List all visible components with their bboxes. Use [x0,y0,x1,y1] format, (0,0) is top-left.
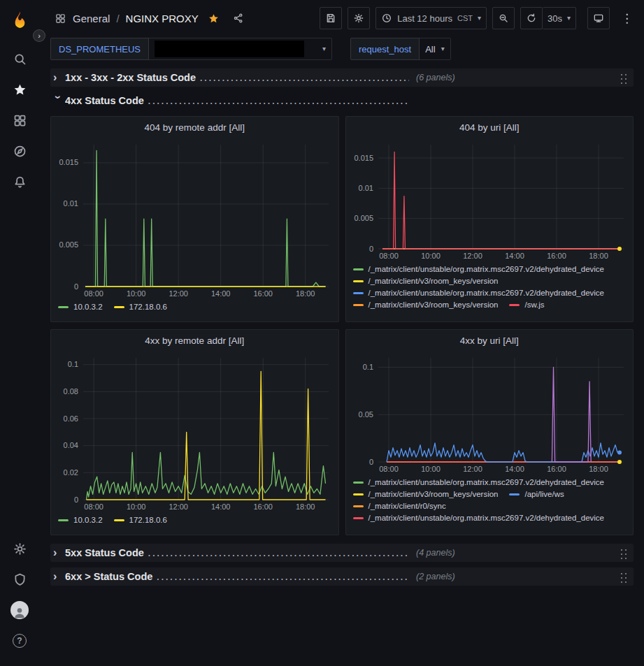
timeseries-chart[interactable]: 00.0050.010.01508:0010:0012:0014:0016:00… [51,138,338,301]
grafana-logo[interactable] [4,6,35,34]
timeseries-chart[interactable]: 00.0050.010.01508:0010:0012:0014:0016:00… [346,138,634,263]
legend-marker [353,304,364,306]
refresh-button[interactable] [520,7,543,29]
request-host-value: All [425,44,435,55]
chevron-down-icon: ▾ [322,45,326,52]
time-range-picker[interactable]: Last 12 hours CST ▾ [375,7,487,29]
svg-text:0.08: 0.08 [64,387,78,396]
svg-text:0.005: 0.005 [354,214,373,222]
svg-text:12:00: 12:00 [169,289,188,298]
zoom-out-button[interactable] [492,7,515,29]
panel-title[interactable]: 404 by uri [All] [346,117,634,138]
legend-item[interactable]: /_matrix/client/v3/room_keys/version [353,490,499,498]
panel-count: (6 panels) [416,73,455,82]
redacted-value [155,41,304,57]
sidebar-expand-button[interactable]: › [33,29,45,42]
legend-item[interactable]: /_matrix/client/v3/room_keys/version [353,301,499,309]
leader-dots: ........................................… [148,549,409,558]
legend-item[interactable]: 172.18.0.6 [114,303,167,311]
tv-mode-button[interactable] [587,7,610,29]
search-icon[interactable] [6,43,34,74]
legend-item[interactable]: /_matrix/client/unstable/org.matrix.msc2… [353,265,605,273]
legend-item[interactable]: 10.0.3.2 [58,516,103,524]
svg-text:10:00: 10:00 [421,252,441,260]
svg-text:0.015: 0.015 [354,154,373,162]
leader-dots: ........................................… [157,572,409,582]
svg-text:12:00: 12:00 [463,465,482,473]
legend-label: /_matrix/client/v3/room_keys/version [368,277,499,285]
row-drag-handle-icon[interactable] [619,546,628,560]
svg-text:10:00: 10:00 [421,465,441,473]
svg-text:16:00: 16:00 [547,465,566,473]
row-drag-handle-icon[interactable] [619,570,628,584]
svg-text:14:00: 14:00 [211,502,231,511]
refresh-interval-dropdown[interactable]: 30s ▾ [543,7,576,29]
alerting-bell-icon[interactable] [6,166,34,197]
row-title-area: 1xx - 3xx - 2xx Status Code ............… [65,72,409,83]
chevron-right-icon: › [53,547,65,558]
svg-text:14:00: 14:00 [211,289,231,298]
legend-item[interactable]: /_matrix/client/unstable/org.matrix.msc2… [353,289,605,297]
help-icon[interactable]: ? [6,625,34,656]
datasource-variable-select[interactable]: ▾ [149,38,332,60]
legend-item[interactable]: /_matrix/client/unstable/org.matrix.msc2… [353,478,605,486]
share-icon[interactable] [233,13,244,24]
user-avatar[interactable] [6,595,34,625]
starred-dashboards-icon[interactable] [6,74,34,105]
panel-404-by-uri: 404 by uri [All] 00.0050.010.01508:0010:… [345,116,634,322]
svg-text:10:00: 10:00 [127,289,146,298]
legend-marker [353,280,364,282]
svg-text:08:00: 08:00 [84,502,103,511]
legend-marker [509,304,520,306]
dashboard-title[interactable]: NGINX PROXY [126,13,199,24]
legend-item[interactable]: /_matrix/client/unstable/org.matrix.msc2… [353,514,605,522]
server-admin-shield-icon[interactable] [6,564,34,595]
datasource-variable-label[interactable]: DS_PROMETHEUS [50,38,149,60]
legend-marker [353,268,364,270]
legend-label: 172.18.0.6 [129,303,167,311]
row-drag-handle-icon[interactable] [619,71,628,85]
panel-title[interactable]: 4xx by uri [All] [346,330,634,351]
kebab-menu-icon[interactable]: ⋮ [618,11,636,26]
panel-title[interactable]: 404 by remote addr [All] [51,117,338,138]
save-dashboard-button[interactable] [320,7,342,29]
legend-label: /_matrix/client/unstable/org.matrix.msc2… [368,289,605,297]
svg-text:0.1: 0.1 [68,360,78,368]
panel-404-by-remote-addr: 404 by remote addr [All] 00.0050.010.015… [50,116,339,322]
svg-text:0.1: 0.1 [362,363,373,371]
legend-item[interactable]: /_matrix/client/v3/room_keys/version [353,277,499,285]
breadcrumb: General / NGINX PROXY [55,13,244,24]
timeseries-chart[interactable]: 00.020.040.060.080.108:0010:0012:0014:00… [51,351,338,514]
row-title: 1xx - 3xx - 2xx Status Code [65,72,196,83]
row-4xx[interactable]: › 4xx Status Code ......................… [50,92,634,109]
dashboard-settings-button[interactable] [348,7,370,29]
breadcrumb-folder[interactable]: General [73,13,110,24]
request-host-variable-label[interactable]: request_host [350,38,420,60]
chevron-down-icon: ▾ [567,15,571,22]
legend-item[interactable]: /sw.js [509,301,544,309]
chevron-right-icon: › [53,571,65,582]
question-mark-icon: ? [13,634,27,648]
dashboard-grid-icon [55,13,66,24]
configuration-gear-icon[interactable] [6,533,34,564]
legend-item[interactable]: 10.0.3.2 [58,303,103,311]
panel-title[interactable]: 4xx by remote addr [All] [51,330,338,351]
row-1xx-3xx-2xx[interactable]: › 1xx - 3xx - 2xx Status Code ..........… [50,68,634,87]
dashboards-icon[interactable] [6,105,34,136]
legend-label: 10.0.3.2 [73,516,103,524]
favorite-star-icon[interactable] [208,13,220,24]
clock-icon [381,13,392,24]
topbar: General / NGINX PROXY L [39,0,644,36]
legend-item[interactable]: /api/live/ws [509,490,564,498]
row-6xx[interactable]: › 6xx > Status Code ....................… [50,567,634,586]
panel-4xx-by-uri: 4xx by uri [All] 00.050.108:0010:0012:00… [345,329,634,535]
leader-dots: ........................................… [200,73,409,83]
legend-item[interactable]: 172.18.0.6 [114,516,167,524]
request-host-variable-select[interactable]: All ▾ [420,38,450,60]
explore-compass-icon[interactable] [6,136,34,166]
legend-marker [58,306,69,308]
legend-item[interactable]: /_matrix/client/r0/sync [353,502,446,510]
row-5xx[interactable]: › 5xx Status Code ......................… [50,544,634,562]
row-title-area: 4xx Status Code ........................… [65,95,409,106]
timeseries-chart[interactable]: 00.050.108:0010:0012:0014:0016:0018:00 [346,351,634,476]
